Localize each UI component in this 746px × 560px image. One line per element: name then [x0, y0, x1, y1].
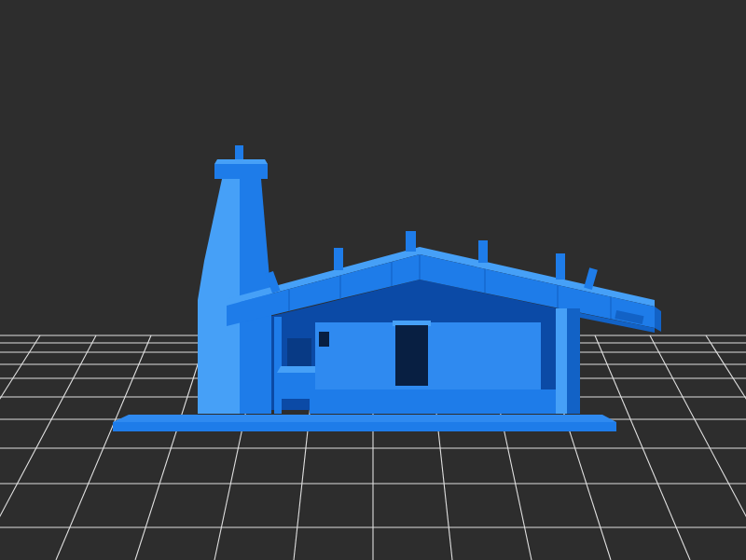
- front-door: [395, 325, 428, 386]
- 3d-viewport[interactable]: [0, 0, 746, 560]
- right-column-front-face: [556, 308, 567, 414]
- house-front-wall: [315, 322, 558, 391]
- right-column-side-face: [567, 308, 580, 414]
- roof-beam-stub-4: [556, 253, 565, 280]
- chimney-cap-front: [214, 164, 268, 179]
- base-plate-front-face: [113, 422, 616, 431]
- chimney-finial: [235, 145, 243, 161]
- model-viewer-window: [0, 0, 746, 560]
- porch-box: [287, 338, 311, 366]
- base-plate-top-face: [113, 415, 616, 422]
- porch-post: [274, 317, 282, 414]
- wall-recess-shadow: [541, 312, 558, 403]
- house-foundation: [310, 389, 558, 414]
- roof-beam-stub-2: [406, 231, 416, 252]
- roof-beam-stub-1: [334, 248, 343, 270]
- chimney-cap-top: [214, 159, 268, 164]
- roof-beam-stub-3: [478, 240, 488, 263]
- porch-table-top: [277, 366, 316, 373]
- wall-window: [319, 332, 329, 347]
